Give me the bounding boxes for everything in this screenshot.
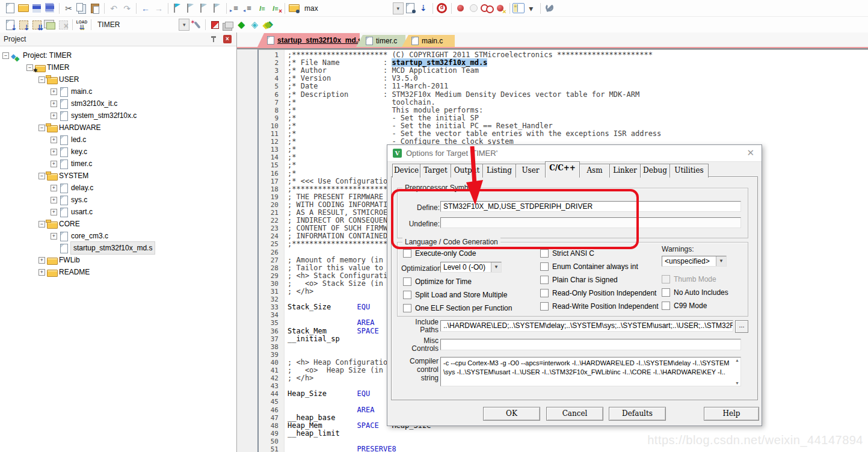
expand-icon[interactable]: + [51,197,57,203]
collapse-icon[interactable]: − [38,173,45,179]
editor-tab-timer-c[interactable]: timer.c [356,35,405,47]
undo-icon[interactable]: ↶ [107,2,120,14]
include-paths-browse-button[interactable]: ... [735,320,748,333]
collapse-icon[interactable]: − [38,125,45,131]
checkbox-box[interactable] [662,302,670,310]
checkbox-box[interactable] [540,249,549,258]
tree-item-core-cm3-c[interactable]: +core_cm3.c [0,230,236,242]
tree-item-sys-c[interactable]: +sys.c [0,194,236,206]
stop-build-icon[interactable] [57,19,70,31]
pin-icon[interactable] [210,36,217,43]
dialog-tab-c-c++[interactable]: C/C++ [545,161,580,178]
collapse-icon[interactable]: − [38,221,45,228]
incremental-find-icon[interactable] [417,2,430,14]
checkbox-box[interactable] [540,262,549,271]
dialog-tab-user[interactable]: User [516,164,546,178]
dialog-titlebar[interactable]: V Options for Target 'TIMER' ✕ [387,145,762,162]
download-load-icon[interactable] [75,19,88,31]
kill-all-breakpoints-icon[interactable] [494,2,507,14]
find-in-files-folder-icon[interactable] [288,2,301,14]
expand-icon[interactable]: + [51,101,57,107]
expand-icon[interactable]: + [51,113,57,119]
tree-item-user[interactable]: −USER [0,73,236,85]
checkbox-no-auto-includes[interactable]: No Auto Includes [662,288,728,297]
indent-icon[interactable] [229,2,242,14]
checkbox-box[interactable] [403,291,411,299]
target-dropdown-button[interactable] [179,19,189,31]
checkbox-box[interactable] [540,289,549,297]
expand-icon[interactable]: + [38,269,45,276]
checkbox-box[interactable] [540,276,549,284]
checkbox-split-load-and-store-multiple[interactable]: Split Load and Store Multiple [403,290,512,299]
checkbox-box[interactable] [403,249,411,258]
unindent-icon[interactable] [242,2,256,14]
options-for-target-icon[interactable] [189,19,203,31]
insert-breakpoint-icon[interactable] [454,2,467,14]
copy-icon[interactable] [75,2,88,14]
tree-item-timer[interactable]: −TIMER [0,61,236,73]
dialog-tab-device[interactable]: Device [392,164,420,178]
tree-item-system[interactable]: −SYSTEM [0,170,236,182]
scroll-up-icon[interactable]: ▲ [735,358,739,362]
tree-item-project-timer[interactable]: −Project: TIMER [0,49,236,61]
expand-icon[interactable]: + [51,149,57,155]
close-panel-button[interactable]: × [223,35,232,43]
warnings-select[interactable]: <unspecified> ▼ [662,256,727,267]
expand-icon[interactable]: + [51,185,57,191]
tree-item-fwlib[interactable]: +FWLib [0,254,236,266]
checkbox-optimize-for-time[interactable]: Optimize for Time [403,277,512,286]
tree-item-timer-c[interactable]: +timer.c [0,158,236,170]
navigate-back-icon[interactable]: ← [139,2,152,14]
optimization-select[interactable]: Level 0 (-O0) ▼ [440,262,502,273]
checkbox-c99-mode[interactable]: C99 Mode [662,301,728,310]
save-all-icon[interactable] [43,2,57,14]
scroll-down-icon[interactable]: ▼ [735,381,739,385]
help-button[interactable]: Help [704,407,759,421]
chevron-down-icon[interactable]: ▼ [491,262,501,272]
checkbox-box[interactable] [403,304,411,312]
new-file-icon[interactable] [4,2,17,14]
save-icon[interactable] [30,2,43,14]
window-layout-dropdown-icon[interactable]: ▾ [525,2,538,14]
checkbox-plain-char-is-signed[interactable]: Plain Char is Signed [540,275,659,284]
tree-item-readme[interactable]: +README [0,266,236,278]
checkbox-strict-ansi-c[interactable]: Strict ANSI C [540,249,659,258]
find-in-files-icon[interactable] [404,2,417,14]
tree-item-key-c[interactable]: +key.c [0,146,236,158]
dialog-tab-debug[interactable]: Debug [640,164,670,178]
cut-icon[interactable]: ✂ [62,2,75,14]
dialog-tab-target[interactable]: Target [420,164,451,178]
tree-item-startup-stm32f10x-md-s[interactable]: startup_stm32f10x_md.s [0,242,236,254]
checkbox-enum-container-always-int[interactable]: Enum Container always int [540,262,659,271]
build-icon[interactable] [17,19,30,31]
bookmark-previous-icon[interactable] [184,2,197,14]
bookmark-toggle-icon[interactable] [171,2,184,14]
checkbox-box[interactable] [403,277,411,286]
select-packs-icon[interactable] [248,19,261,31]
quick-find-icon[interactable] [436,2,449,14]
manage-books-icon[interactable] [221,19,235,31]
expand-icon[interactable]: + [51,209,57,215]
defaults-button[interactable]: Defaults [609,407,666,421]
collapse-icon[interactable]: − [2,52,9,59]
search-dropdown-button[interactable] [393,2,404,14]
translate-file-icon[interactable] [4,19,17,31]
tree-item-stm32f10x-it-c[interactable]: +stm32f10x_it.c [0,98,236,110]
checkbox-box[interactable] [540,302,549,311]
expand-icon[interactable]: + [51,233,57,240]
include-paths-input[interactable]: ..\HARDWARE\LED;..\SYSTEM\delay;..\SYSTE… [440,320,733,332]
checkbox-box[interactable] [662,288,670,297]
uncomment-selection-icon[interactable] [269,2,282,14]
expand-icon[interactable]: + [38,257,45,264]
enable-disable-breakpoint-icon[interactable] [467,2,481,14]
editor-tab-startup-stm32f10x-md-s[interactable]: startup_stm32f10x_md.s [257,33,360,47]
configure-wrench-icon[interactable] [543,2,556,14]
tree-item-usart-c[interactable]: +usart.c [0,206,236,218]
compiler-control-string-box[interactable]: -c --cpu Cortex-M3 -g -O0 --apcs=interwo… [440,357,741,386]
window-layout-icon[interactable] [512,3,525,13]
comment-selection-icon[interactable] [256,2,269,14]
redo-icon[interactable]: ↷ [120,2,134,14]
checkbox-read-only-position-independent[interactable]: Read-Only Position Independent [540,288,659,297]
open-file-icon[interactable] [17,2,30,14]
tree-item-core[interactable]: −CORE [0,218,236,230]
